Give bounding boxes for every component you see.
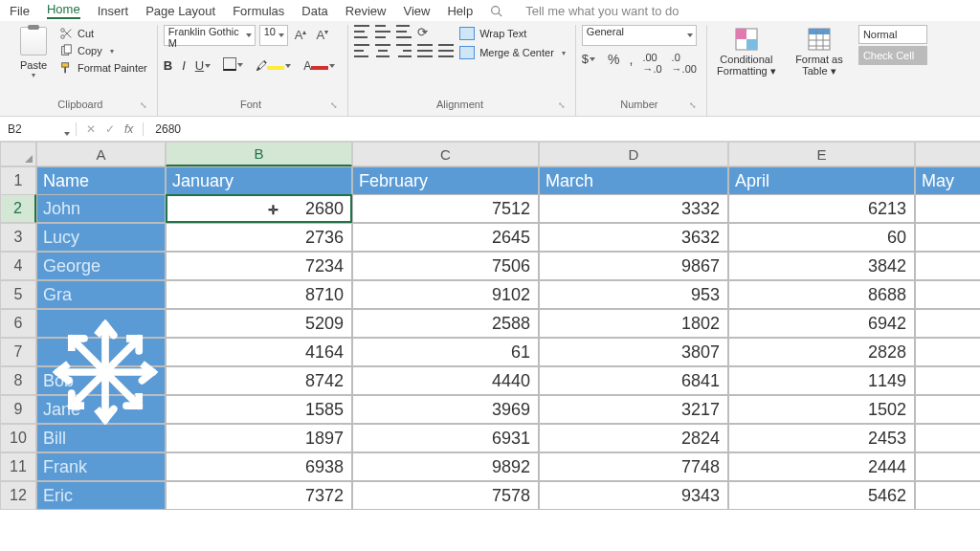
cell-f6[interactable] [915,309,980,338]
border-button[interactable] [223,57,246,74]
tell-me-input[interactable]: Tell me what you want to do [525,4,679,18]
row-header-9[interactable]: 9 [0,395,36,424]
cell-f12[interactable] [915,481,980,510]
row-header-12[interactable]: 12 [0,481,36,510]
accounting-format-button[interactable]: $ [582,52,598,75]
cell-c11[interactable]: 9892 [352,452,539,481]
cell-a2[interactable]: John [36,194,166,223]
formula-input[interactable]: 2680 [144,122,181,136]
cell-d8[interactable]: 6841 [539,366,728,395]
orientation-button[interactable]: ⟳ [417,25,431,38]
cell-e10[interactable]: 2453 [728,424,915,452]
underline-button[interactable]: U [195,58,213,73]
cell-b7[interactable]: 4164 [166,338,352,366]
cell-f10[interactable] [915,424,980,452]
cell-d10[interactable]: 2824 [539,424,728,452]
cell-f3[interactable] [915,223,980,252]
name-box[interactable]: B2 [0,122,77,136]
cell-c5[interactable]: 9102 [352,280,539,309]
menu-file[interactable]: File [10,4,30,18]
cell-a11[interactable]: Frank [36,452,166,481]
row-header-3[interactable]: 3 [0,223,36,252]
cell-a6[interactable] [36,309,166,338]
col-header-d[interactable]: D [539,142,728,166]
align-right-icon[interactable] [396,44,412,57]
row-header-10[interactable]: 10 [0,424,36,452]
dialog-launcher-icon[interactable]: ⤡ [140,100,147,110]
font-size-select[interactable]: 10 [259,25,288,46]
align-bottom-icon[interactable] [396,25,412,38]
cell-e1[interactable]: April [728,166,915,195]
cell-d3[interactable]: 3632 [539,223,728,252]
cell-d7[interactable]: 3807 [539,338,728,366]
cell-f4[interactable] [915,252,980,280]
cell-f2[interactable] [915,194,980,223]
cell-a10[interactable]: Bill [36,424,166,452]
align-middle-icon[interactable] [375,25,390,38]
cell-e7[interactable]: 2828 [728,338,915,366]
cell-f5[interactable] [915,280,980,309]
cell-e9[interactable]: 1502 [728,395,915,424]
increase-decimal-button[interactable]: .00→.0 [642,52,661,75]
cell-d1[interactable]: March [539,166,728,195]
cell-style-check-cell[interactable]: Check Cell [858,46,927,65]
increase-indent-icon[interactable] [438,44,454,57]
cell-a12[interactable]: Eric [36,481,166,510]
row-header-2[interactable]: 2 [0,194,36,223]
row-header-5[interactable]: 5 [0,280,36,309]
number-format-select[interactable]: General [582,25,697,46]
cell-c1[interactable]: February [352,166,539,195]
cell-b12[interactable]: 7372 [166,481,352,510]
cell-e12[interactable]: 5462 [728,481,915,510]
menu-review[interactable]: Review [345,4,387,18]
menu-home[interactable]: Home [47,2,80,19]
dialog-launcher-icon[interactable]: ⤡ [558,100,566,110]
menu-data[interactable]: Data [301,4,327,18]
cell-f1[interactable]: May [915,166,980,195]
cell-a7[interactable] [36,338,166,366]
cell-b6[interactable]: 5209 [166,309,352,338]
format-painter-button[interactable]: Format Painter [59,61,147,75]
cell-c7[interactable]: 61 [352,338,539,366]
cell-d12[interactable]: 9343 [539,481,728,510]
cell-c3[interactable]: 2645 [352,223,539,252]
col-header-c[interactable]: C [352,142,539,166]
cell-c8[interactable]: 4440 [352,366,539,395]
cell-f9[interactable] [915,395,980,424]
cell-c10[interactable]: 6931 [352,424,539,452]
col-header-e[interactable]: E [728,142,915,166]
cell-f7[interactable] [915,338,980,366]
fill-color-button[interactable]: 🖍 [256,58,294,73]
cell-a1[interactable]: Name [36,166,166,195]
cell-d9[interactable]: 3217 [539,395,728,424]
font-color-button[interactable]: A [303,58,338,73]
cell-b1[interactable]: January [166,166,352,195]
conditional-formatting-button[interactable]: Conditional Formatting ▾ [713,25,780,77]
cell-e4[interactable]: 3842 [728,252,915,280]
cell-a8[interactable]: Bob [36,366,166,395]
cell-e6[interactable]: 6942 [728,309,915,338]
row-header-7[interactable]: 7 [0,338,36,366]
copy-button[interactable]: Copy▾ [59,44,147,57]
dialog-launcher-icon[interactable]: ⤡ [330,100,338,110]
cell-c9[interactable]: 3969 [352,395,539,424]
italic-button[interactable]: I [182,58,186,73]
decrease-decimal-button[interactable]: .0→.00 [672,52,697,75]
format-as-table-button[interactable]: Format as Table ▾ [786,25,853,77]
row-header-1[interactable]: 1 [0,166,36,195]
menu-view[interactable]: View [403,4,430,18]
cell-d11[interactable]: 7748 [539,452,728,481]
cell-c4[interactable]: 7506 [352,252,539,280]
cell-e2[interactable]: 6213 [728,194,915,223]
menu-help[interactable]: Help [447,4,473,18]
enter-icon[interactable]: ✓ [105,122,115,136]
row-header-6[interactable]: 6 [0,309,36,338]
cell-d5[interactable]: 953 [539,280,728,309]
chevron-down-icon[interactable]: ▾ [32,71,35,79]
cell-b5[interactable]: 8710 [166,280,352,309]
merge-center-button[interactable]: Merge & Center▾ [459,46,566,59]
align-center-icon[interactable] [375,44,390,57]
dialog-launcher-icon[interactable]: ⤡ [689,100,697,110]
cell-b8[interactable]: 8742 [166,366,352,395]
cut-button[interactable]: Cut [59,27,147,40]
